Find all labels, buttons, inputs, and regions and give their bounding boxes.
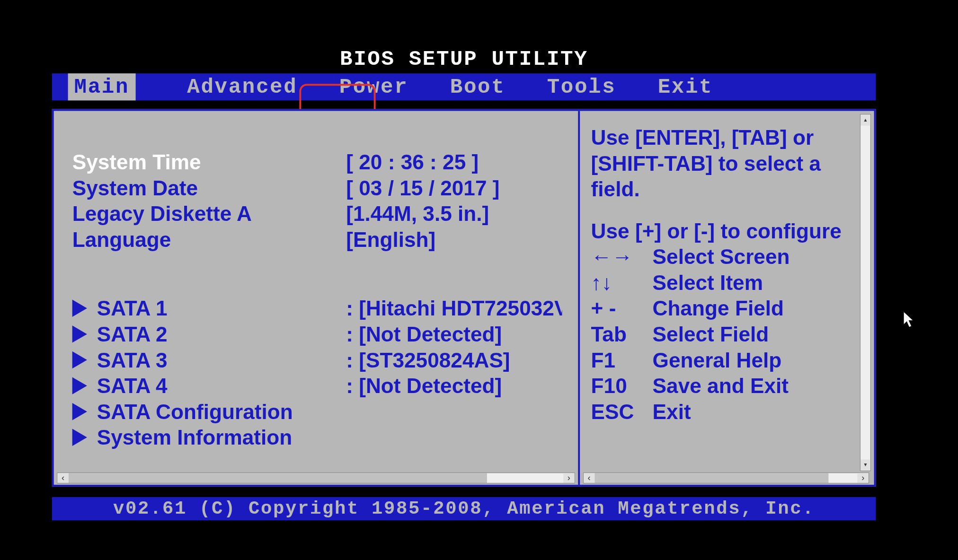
submenu-value: : [Not Detected] — [346, 373, 562, 399]
bios-title: BIOS SETUP UTILITY — [52, 45, 876, 73]
triangle-right-icon — [72, 403, 87, 420]
settings-panel: System Time [ 20 : 36 : 25 ] System Date… — [54, 111, 580, 485]
submenu-value: : [Not Detected] — [346, 321, 562, 347]
help-line: Use [ENTER], [TAB] or — [591, 124, 856, 150]
triangle-right-icon — [72, 429, 87, 446]
submenu-label: SATA Configuration — [97, 399, 293, 425]
bios-screen: BIOS SETUP UTILITY Main Advanced Power B… — [26, 26, 932, 533]
field-value[interactable]: [1.44M, 3.5 in.] — [346, 201, 562, 227]
svg-marker-0 — [904, 311, 914, 327]
key-combo: + - — [591, 296, 653, 322]
tab-power[interactable]: Power — [319, 73, 429, 100]
footer-copyright: v02.61 (C) Copyright 1985-2008, American… — [52, 497, 876, 520]
key-desc: Select Item — [653, 270, 856, 296]
key-combo: F1 — [591, 347, 653, 373]
key-desc: Select Field — [653, 321, 856, 347]
tab-tools[interactable]: Tools — [526, 73, 637, 100]
submenu-value: : [Hitachi HDT725032V — [346, 296, 562, 322]
triangle-right-icon — [72, 300, 87, 317]
key-combo: F10 — [591, 373, 653, 399]
submenu-sata-configuration[interactable]: SATA Configuration — [72, 399, 562, 425]
key-combo: Tab — [591, 321, 653, 347]
key-hint-select-item: ↑↓ Select Item — [591, 270, 856, 296]
right-horizontal-scrollbar[interactable]: ‹ › — [583, 472, 869, 483]
scroll-thumb[interactable] — [594, 473, 828, 483]
menu-bar: Main Advanced Power Boot Tools Exit — [52, 73, 876, 100]
submenu-sata-3[interactable]: SATA 3 : [ST3250824AS] — [72, 347, 562, 373]
submenu-sata-4[interactable]: SATA 4 : [Not Detected] — [72, 373, 562, 399]
tab-exit[interactable]: Exit — [637, 73, 734, 100]
field-value[interactable]: [ 20 : 36 : 25 ] — [346, 149, 562, 175]
submenu-label: SATA 1 — [97, 296, 346, 322]
help-panel: ▴ ▾ Use [ENTER], [TAB] or [SHIFT-TAB] to… — [580, 111, 872, 485]
key-desc: Change Field — [653, 296, 856, 322]
triangle-right-icon — [72, 351, 87, 368]
key-hint-general-help: F1 General Help — [591, 347, 856, 373]
help-line: [SHIFT-TAB] to select a — [591, 150, 856, 176]
key-hint-select-screen: ←→ Select Screen — [591, 244, 856, 270]
field-label: Legacy Diskette A — [72, 201, 346, 227]
field-label: Language — [72, 227, 346, 253]
key-hint-change-field: + - Change Field — [591, 296, 856, 322]
field-diskette-a[interactable]: Legacy Diskette A [1.44M, 3.5 in.] — [72, 201, 562, 227]
scroll-left-icon[interactable]: ‹ — [584, 473, 594, 483]
key-hint-exit: ESC Exit — [591, 399, 856, 425]
key-hint-select-field: Tab Select Field — [591, 321, 856, 347]
left-horizontal-scrollbar[interactable]: ‹ › — [57, 472, 575, 483]
key-desc: Exit — [653, 399, 856, 425]
key-combo: ESC — [591, 399, 653, 425]
key-combo: ←→ — [591, 244, 653, 270]
tab-main[interactable]: Main — [68, 73, 136, 100]
tab-boot[interactable]: Boot — [429, 73, 526, 100]
scroll-right-icon[interactable]: › — [563, 473, 574, 483]
help-line: Use [+] or [-] to configure — [591, 218, 856, 244]
submenu-label: SATA 4 — [97, 373, 346, 399]
field-system-time[interactable]: System Time [ 20 : 36 : 25 ] — [72, 149, 562, 175]
key-desc: Select Screen — [653, 244, 856, 270]
submenu-sata-2[interactable]: SATA 2 : [Not Detected] — [72, 321, 562, 347]
submenu-system-information[interactable]: System Information — [72, 425, 562, 451]
help-line: field. — [591, 176, 856, 202]
scroll-right-icon[interactable]: › — [858, 473, 869, 483]
field-system-date[interactable]: System Date [ 03 / 15 / 2017 ] — [72, 175, 562, 201]
submenu-sata-1[interactable]: SATA 1 : [Hitachi HDT725032V — [72, 296, 562, 322]
field-value[interactable]: [English] — [346, 227, 562, 253]
submenu-label: System Information — [97, 425, 293, 451]
field-language[interactable]: Language [English] — [72, 227, 562, 253]
key-combo: ↑↓ — [591, 270, 653, 296]
scroll-thumb[interactable] — [69, 473, 487, 483]
field-value[interactable]: [ 03 / 15 / 2017 ] — [346, 175, 562, 201]
scroll-left-icon[interactable]: ‹ — [58, 473, 69, 483]
key-desc: General Help — [653, 347, 856, 373]
help-text: Use [ENTER], [TAB] or [SHIFT-TAB] to sel… — [591, 124, 856, 202]
panels: System Time [ 20 : 36 : 25 ] System Date… — [52, 109, 876, 487]
submenu-label: SATA 3 — [97, 347, 346, 373]
triangle-right-icon — [72, 377, 87, 394]
triangle-right-icon — [72, 325, 87, 342]
submenu-label: SATA 2 — [97, 321, 346, 347]
key-desc: Save and Exit — [653, 373, 856, 399]
submenu-value: : [ST3250824AS] — [346, 347, 562, 373]
field-label: System Date — [72, 175, 346, 201]
tab-advanced[interactable]: Advanced — [166, 73, 318, 100]
key-hint-save-exit: F10 Save and Exit — [591, 373, 856, 399]
field-label: System Time — [72, 149, 346, 175]
